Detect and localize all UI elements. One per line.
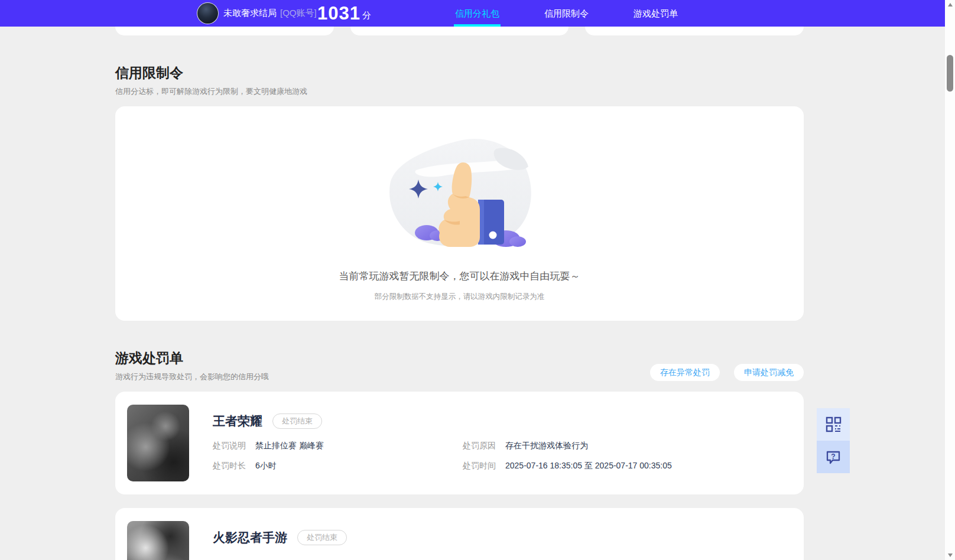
punishment-section-title: 游戏处罚单	[115, 349, 269, 367]
abnormal-punishment-button[interactable]: 存在异常处罚	[650, 364, 720, 381]
help-icon: ?	[825, 449, 842, 465]
field-label: 处罚时长	[213, 461, 255, 471]
punishment-fields: 处罚说明 禁止排位赛 巅峰赛 处罚原因 存在干扰游戏体验行为 处罚时长 6小时 …	[213, 441, 792, 471]
thumbs-up-illustration	[381, 134, 539, 249]
status-badge: 处罚结束	[297, 530, 347, 545]
field-label: 处罚时间	[463, 461, 505, 471]
qr-code-button[interactable]	[817, 408, 850, 441]
field-value: 2025-07-16 18:35:05 至 2025-07-17 00:35:0…	[505, 461, 672, 471]
header-nav: 信用分礼包 信用限制令 游戏处罚单	[455, 0, 678, 27]
cutoff-card	[350, 27, 569, 35]
restriction-empty-card: 当前常玩游戏暂无限制令，您可以在游戏中自由玩耍～ 部分限制数据不支持显示，请以游…	[115, 106, 804, 321]
punishment-card: 火影忍者手游 处罚结束	[115, 508, 804, 560]
vertical-scrollbar	[945, 0, 955, 560]
field-label: 处罚说明	[213, 441, 255, 451]
status-badge: 处罚结束	[272, 414, 322, 429]
username: 未敢奢求结局	[223, 8, 277, 19]
cutoff-card	[585, 27, 804, 35]
floating-side-panel: ?	[817, 408, 850, 473]
field-value: 存在干扰游戏体验行为	[505, 441, 588, 451]
cutoff-card	[115, 27, 334, 35]
punishment-section-header: 游戏处罚单 游戏行为违规导致处罚，会影响您的信用分哦 存在异常处罚 申请处罚减免	[115, 321, 804, 382]
credit-score-value: 1031	[317, 3, 360, 24]
credit-score-unit: 分	[362, 10, 371, 21]
question-glyph: ?	[831, 452, 835, 460]
tab-credit-restriction[interactable]: 信用限制令	[544, 0, 589, 27]
top-header-bar: 未敢奢求结局 [QQ账号] 1031 分 信用分礼包 信用限制令 游戏处罚单	[0, 0, 945, 27]
punishment-card: 王者荣耀 处罚结束 处罚说明 禁止排位赛 巅峰赛 处罚原因 存在干扰游戏体验行为…	[115, 392, 804, 494]
help-button[interactable]: ?	[817, 441, 850, 473]
field-value: 禁止排位赛 巅峰赛	[255, 441, 324, 451]
restriction-empty-note: 部分限制数据不支持显示，请以游戏内限制记录为准	[375, 292, 545, 302]
scrollbar-thumb[interactable]	[947, 55, 953, 92]
game-icon-image	[127, 521, 189, 560]
cutoff-card-row	[115, 27, 804, 35]
tab-game-punishment[interactable]: 游戏处罚单	[634, 0, 678, 27]
scrollbar-down-arrow[interactable]	[945, 551, 955, 560]
account-type-label: [QQ账号]	[280, 8, 317, 19]
restriction-section-title: 信用限制令	[115, 64, 804, 82]
user-info: 未敢奢求结局 [QQ账号]	[223, 0, 317, 27]
punishment-section-subtitle: 游戏行为违规导致处罚，会影响您的信用分哦	[115, 372, 269, 382]
tab-credit-gift[interactable]: 信用分礼包	[455, 0, 499, 27]
scrollbar-up-arrow[interactable]	[945, 0, 955, 9]
game-title: 火影忍者手游	[213, 529, 287, 546]
restriction-empty-text: 当前常玩游戏暂无限制令，您可以在游戏中自由玩耍～	[339, 269, 580, 283]
main-content: 信用限制令 信用分达标，即可解除游戏行为限制，要文明健康地游戏	[115, 0, 804, 560]
qr-code-icon	[826, 416, 842, 432]
punishment-actions: 存在异常处罚 申请处罚减免	[650, 364, 804, 381]
field-value: 6小时	[255, 461, 277, 471]
apply-reduction-button[interactable]: 申请处罚减免	[734, 364, 804, 381]
game-icon-image	[127, 405, 189, 481]
credit-score: 1031 分	[317, 0, 371, 27]
game-title: 王者荣耀	[213, 413, 262, 429]
restriction-section-subtitle: 信用分达标，即可解除游戏行为限制，要文明健康地游戏	[115, 86, 804, 97]
user-avatar[interactable]	[197, 2, 219, 24]
field-label: 处罚原因	[463, 441, 505, 451]
